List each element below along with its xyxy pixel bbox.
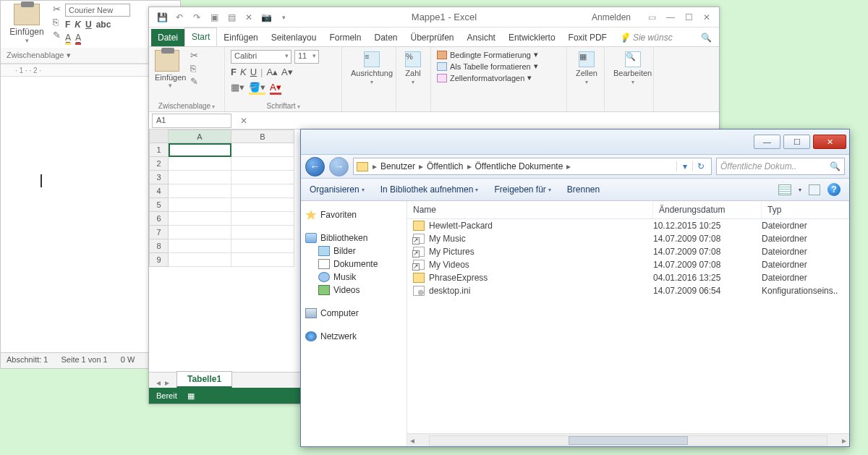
minimize-button[interactable]: — <box>754 135 780 149</box>
tab-review[interactable]: Überprüfen <box>404 29 461 46</box>
camera-icon[interactable]: 📷 <box>260 12 272 23</box>
font-name-combo[interactable]: Calibri <box>231 50 292 64</box>
column-type[interactable]: Typ <box>762 201 849 218</box>
italic-button[interactable]: K <box>240 67 247 77</box>
close-button[interactable]: ✕ <box>813 135 846 149</box>
refresh-icon[interactable]: ↻ <box>692 161 708 171</box>
cancel-icon[interactable]: ✕ <box>240 116 247 126</box>
cell-styles-button[interactable]: Zellenformatvorlagen ▾ <box>437 73 538 82</box>
maximize-icon[interactable]: ☐ <box>685 12 693 22</box>
qat-icon[interactable]: ▤ <box>226 12 237 23</box>
format-painter-icon[interactable]: ✎ <box>190 76 198 87</box>
tab-pagelayout[interactable]: Seitenlayou <box>265 29 323 46</box>
burn-button[interactable]: Brennen <box>567 184 600 195</box>
signin-link[interactable]: Anmelden <box>592 12 631 22</box>
column-header[interactable]: A <box>169 129 231 143</box>
bold-button[interactable]: F <box>231 67 237 77</box>
file-row[interactable]: PhraseExpress04.01.2016 13:25Dateiordner <box>407 271 849 284</box>
font-color-icon[interactable]: A▾ <box>270 82 281 95</box>
cell[interactable] <box>231 184 294 198</box>
address-bar[interactable]: ▸ Benutzer▸ Öffentlich▸ Öffentliche Doku… <box>353 158 712 175</box>
tree-item-pictures[interactable]: Bilder <box>305 244 402 258</box>
back-button[interactable]: ← <box>305 157 325 177</box>
cell[interactable] <box>169 239 231 253</box>
copy-icon[interactable]: ⎘ <box>53 17 61 27</box>
font-size-combo[interactable]: 11 <box>294 50 319 64</box>
format-painter-icon[interactable]: ✎ <box>53 30 61 41</box>
file-row[interactable]: My Videos14.07.2009 07:08Dateiordner <box>407 258 849 271</box>
select-all-corner[interactable] <box>149 129 169 143</box>
number-button[interactable]: %Zahl▾ <box>402 50 424 87</box>
name-box[interactable]: A1 <box>152 114 231 128</box>
close-icon[interactable]: ✕ <box>243 12 255 23</box>
cell[interactable] <box>169 184 231 198</box>
paste-button[interactable]: Einfügen <box>155 73 186 82</box>
cut-icon[interactable]: ✂ <box>190 50 198 61</box>
tab-developer[interactable]: Entwicklerto <box>502 29 562 46</box>
cell[interactable] <box>231 226 294 239</box>
cells-button[interactable]: ▦Zellen▾ <box>573 50 600 87</box>
border-icon[interactable]: ▦▾ <box>231 82 244 95</box>
tab-insert[interactable]: Einfügen <box>217 29 264 46</box>
tree-libraries[interactable]: Bibliotheken <box>305 231 402 244</box>
include-library-button[interactable]: In Bibliothek aufnehmen <box>380 184 479 195</box>
cell[interactable] <box>231 157 294 171</box>
row-header[interactable]: 2 <box>149 157 169 171</box>
tab-formulas[interactable]: Formeln <box>323 29 367 46</box>
cell[interactable] <box>169 198 231 212</box>
cell[interactable] <box>169 253 231 267</box>
cell[interactable] <box>231 239 294 253</box>
undo-icon[interactable]: ↶ <box>174 12 185 23</box>
grow-font-icon[interactable]: A▴ <box>266 67 278 77</box>
cell[interactable] <box>231 253 294 267</box>
row-header[interactable]: 7 <box>149 226 169 239</box>
conditional-format-button[interactable]: Bedingte Formatierung ▾ <box>437 50 538 59</box>
tree-item-documents[interactable]: Dokumente <box>305 258 402 271</box>
cell[interactable] <box>231 143 294 157</box>
ribbon-options-icon[interactable]: ▭ <box>648 12 656 22</box>
tab-start[interactable]: Start <box>184 27 217 46</box>
search-icon[interactable]: 🔍 <box>694 29 719 46</box>
minimize-icon[interactable]: — <box>666 12 675 22</box>
column-name[interactable]: Name <box>407 201 653 218</box>
share-button[interactable]: Freigeben für <box>494 184 550 195</box>
sheet-tab[interactable]: Tabelle1 <box>176 371 232 388</box>
forward-button[interactable]: → <box>329 157 349 177</box>
tree-computer[interactable]: Computer <box>305 307 402 320</box>
row-header[interactable]: 9 <box>149 253 169 267</box>
highlight-icon[interactable]: A̲ <box>65 33 71 45</box>
view-icon[interactable] <box>778 184 791 195</box>
italic-button[interactable]: K <box>75 20 81 30</box>
close-icon[interactable]: ✕ <box>703 12 710 22</box>
alignment-button[interactable]: ≡Ausrichtung▾ <box>348 50 396 87</box>
cell[interactable] <box>231 212 294 226</box>
tree-item-videos[interactable]: Videos <box>305 284 402 297</box>
horizontal-scrollbar[interactable]: ◂ ▸ <box>407 433 849 446</box>
cell[interactable] <box>169 157 231 171</box>
tree-item-music[interactable]: Musik <box>305 271 402 284</box>
cell[interactable] <box>169 212 231 226</box>
column-header[interactable]: B <box>231 129 294 143</box>
refresh-icon[interactable]: ▾ <box>676 161 692 171</box>
redo-icon[interactable]: ↷ <box>191 12 203 23</box>
sheet-nav[interactable]: ◂▸ <box>149 378 176 388</box>
font-color-icon[interactable]: A̲ <box>75 33 81 45</box>
row-header[interactable]: 5 <box>149 198 169 212</box>
row-header[interactable]: 3 <box>149 171 169 184</box>
cell[interactable] <box>169 171 231 184</box>
tree-favorites[interactable]: Favoriten <box>305 208 402 221</box>
qat-icon[interactable]: ▣ <box>208 12 220 23</box>
cut-icon[interactable]: ✂ <box>53 4 61 14</box>
underline-button[interactable]: U <box>250 67 257 77</box>
tree-network[interactable]: Netzwerk <box>305 330 402 343</box>
word-paste-button[interactable]: Einfügen ▾ <box>5 4 48 45</box>
column-date[interactable]: Änderungsdatum <box>653 201 762 218</box>
editing-button[interactable]: 🔍Bearbeiten▾ <box>610 50 655 87</box>
shrink-font-icon[interactable]: A▾ <box>281 67 293 77</box>
row-header[interactable]: 6 <box>149 212 169 226</box>
file-row[interactable]: My Music14.07.2009 07:08Dateiordner <box>407 232 849 245</box>
bold-button[interactable]: F <box>65 20 70 30</box>
tab-data[interactable]: Daten <box>367 29 404 46</box>
file-row[interactable]: Hewlett-Packard10.12.2015 10:25Dateiordn… <box>407 219 849 232</box>
organize-button[interactable]: Organisieren <box>310 184 365 195</box>
